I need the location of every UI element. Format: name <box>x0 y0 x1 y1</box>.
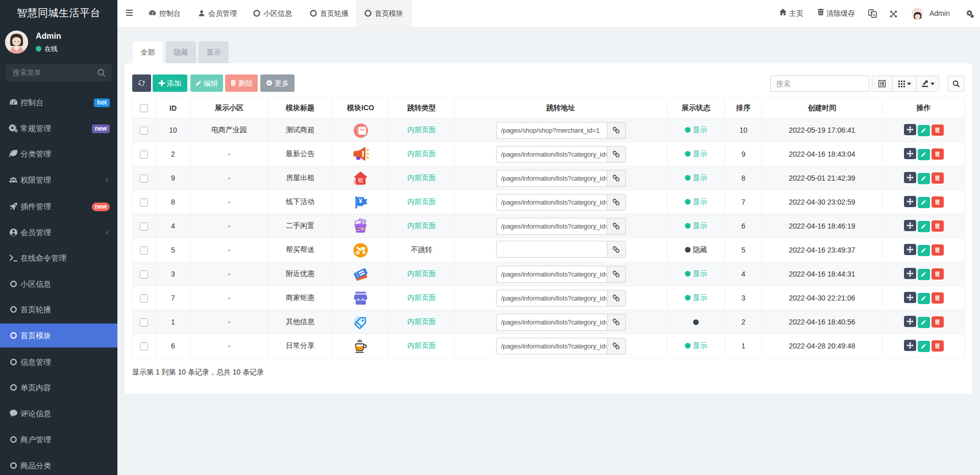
svg-text:A: A <box>873 13 876 17</box>
svg-text:二手: 二手 <box>356 227 364 232</box>
svg-text:¥: ¥ <box>359 196 363 204</box>
svg-text:租: 租 <box>358 177 363 183</box>
